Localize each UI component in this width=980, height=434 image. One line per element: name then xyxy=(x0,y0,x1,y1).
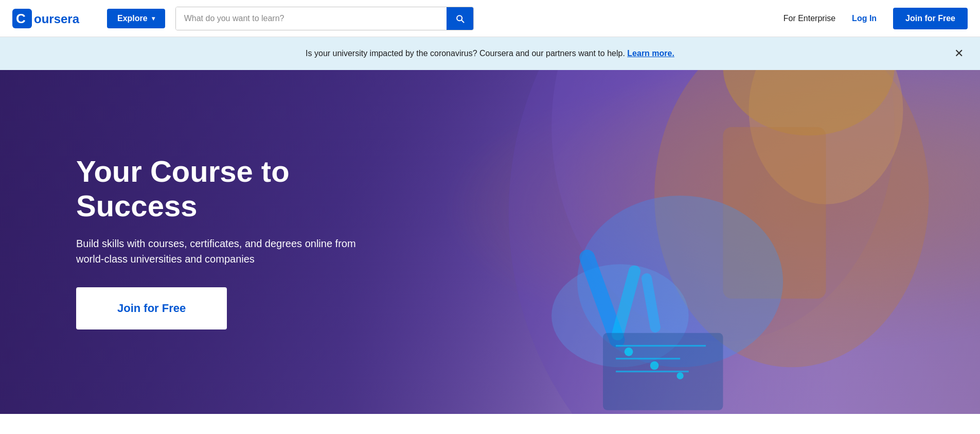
navbar: C oursera Explore ▾ For Enterprise Log I… xyxy=(0,0,980,37)
explore-label: Explore xyxy=(117,14,148,23)
banner-close-button[interactable]: ✕ xyxy=(954,48,964,59)
coursera-logo[interactable]: C oursera xyxy=(12,9,95,28)
explore-button[interactable]: Explore ▾ xyxy=(107,9,165,28)
hero-subtitle: Build skills with courses, certificates,… xyxy=(76,236,375,267)
svg-point-19 xyxy=(650,361,658,370)
search-icon xyxy=(455,13,465,24)
banner-message: Is your university impacted by the coron… xyxy=(306,49,674,58)
join-for-free-button-hero[interactable]: Join for Free xyxy=(76,287,227,329)
announcement-banner: Is your university impacted by the coron… xyxy=(0,37,980,70)
svg-text:C: C xyxy=(16,11,26,26)
for-enterprise-link[interactable]: For Enterprise xyxy=(783,14,835,23)
search-button[interactable] xyxy=(447,7,473,30)
search-bar xyxy=(175,7,474,30)
hero-content: Your Course to Success Build skills with… xyxy=(0,154,401,329)
hero-section: Your Course to Success Build skills with… xyxy=(0,70,980,414)
banner-learn-more-link[interactable]: Learn more. xyxy=(627,49,674,58)
navbar-right: For Enterprise Log In Join for Free xyxy=(783,8,968,29)
svg-point-20 xyxy=(676,372,683,379)
hero-title: Your Course to Success xyxy=(76,154,401,223)
svg-point-18 xyxy=(624,348,633,356)
chevron-down-icon: ▾ xyxy=(152,15,155,22)
banner-text-before-link: Is your university impacted by the coron… xyxy=(306,49,625,58)
join-for-free-button-nav[interactable]: Join for Free xyxy=(893,8,968,29)
search-input[interactable] xyxy=(176,7,447,30)
svg-text:oursera: oursera xyxy=(34,12,80,26)
login-link[interactable]: Log In xyxy=(852,14,877,23)
logo-svg: C oursera xyxy=(12,9,95,28)
